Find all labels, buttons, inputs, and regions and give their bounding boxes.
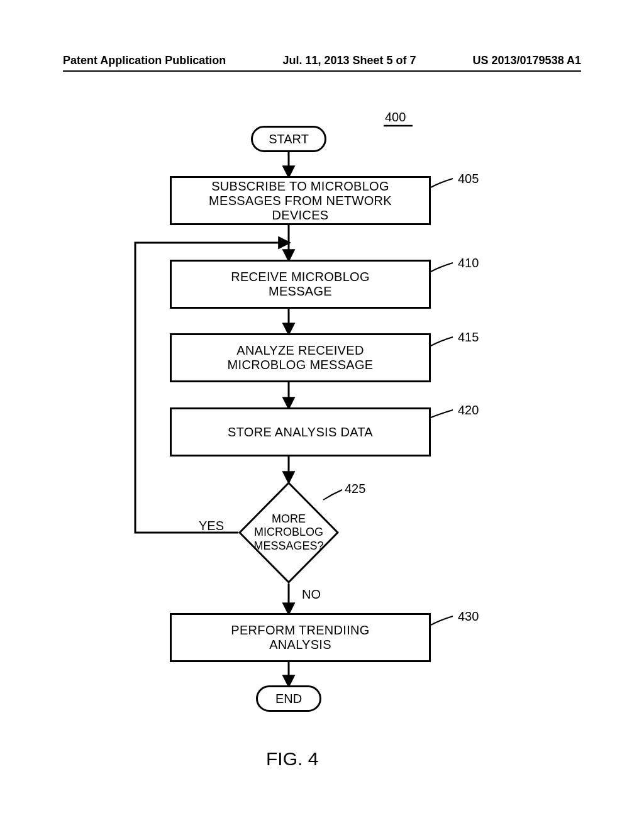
- step-430: PERFORM TRENDIING ANALYSIS: [170, 613, 431, 662]
- edge-no-label: NO: [302, 587, 321, 602]
- step-405: SUBSCRIBE TO MICROBLOG MESSAGES FROM NET…: [170, 176, 431, 225]
- ref-405: 405: [458, 172, 479, 186]
- step-415-label: ANALYZE RECEIVED MICROBLOG MESSAGE: [197, 343, 404, 372]
- end-terminator: END: [256, 685, 321, 712]
- ref-420: 420: [458, 403, 479, 418]
- step-410: RECEIVE MICROBLOG MESSAGE: [170, 260, 431, 309]
- step-405-label: SUBSCRIBE TO MICROBLOG MESSAGES FROM NET…: [183, 179, 418, 223]
- edge-yes-label: YES: [199, 519, 224, 533]
- ref-425: 425: [345, 482, 365, 496]
- decision-425: MORE MICROBLOG MESSAGES?: [238, 482, 339, 584]
- flowchart: 400 START SUBSCRIBE TO MICROBLOG MESSAGE…: [0, 0, 644, 830]
- decision-425-label: MORE MICROBLOG MESSAGES?: [238, 482, 339, 584]
- ref-410: 410: [458, 256, 479, 270]
- start-terminator: START: [251, 126, 326, 152]
- step-420-label: STORE ANALYSIS DATA: [228, 425, 373, 440]
- end-label: END: [275, 692, 302, 706]
- step-410-label: RECEIVE MICROBLOG MESSAGE: [209, 270, 391, 299]
- ref-430: 430: [458, 609, 479, 624]
- start-label: START: [269, 132, 309, 147]
- step-415: ANALYZE RECEIVED MICROBLOG MESSAGE: [170, 333, 431, 382]
- step-420: STORE ANALYSIS DATA: [170, 407, 431, 456]
- ref-415: 415: [458, 330, 479, 345]
- step-430-label: PERFORM TRENDIING ANALYSIS: [209, 623, 391, 652]
- ref-400: 400: [385, 110, 406, 124]
- figure-caption: FIG. 4: [266, 748, 318, 770]
- page: Patent Application Publication Jul. 11, …: [0, 0, 644, 830]
